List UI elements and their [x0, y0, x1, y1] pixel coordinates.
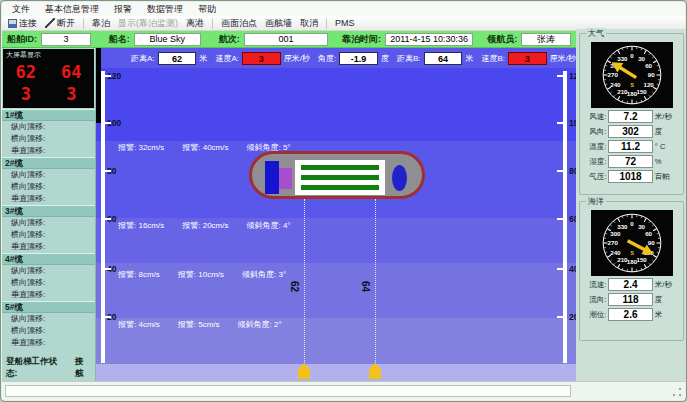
- ship-superstructure: [265, 161, 279, 194]
- cable-2-lateral-drift: 横向漂移:: [2, 181, 95, 193]
- distance-line-a: [304, 199, 305, 379]
- disconnect-icon: [45, 18, 55, 28]
- wind-speed-label: 风速:: [583, 112, 606, 122]
- wind-direction-value[interactable]: 302: [608, 125, 653, 138]
- voyage-field[interactable]: 001: [244, 33, 328, 46]
- ship-id-label: 船舶ID:: [7, 33, 37, 46]
- temperature-unit: ° C: [655, 142, 680, 151]
- ship-cargo-hold: [295, 160, 385, 195]
- cable-2-longitudinal-drift: 纵向漂移:: [2, 169, 95, 181]
- pilot-field[interactable]: 张涛: [521, 33, 571, 46]
- draw-berth-point-button[interactable]: 画面泊点: [221, 17, 257, 30]
- ship-id-field[interactable]: 3: [41, 33, 91, 46]
- svg-text:30: 30: [638, 223, 645, 230]
- chart-band: [96, 364, 576, 381]
- app-window: 文件 基本信息管理 报警 数据管理 帮助 连接 断开 靠泊 显示(靠泊监测) 离…: [0, 0, 687, 402]
- current-speed-value[interactable]: 2.4: [608, 278, 653, 291]
- depart-button[interactable]: 离港: [186, 17, 204, 30]
- angle-unit: 度: [381, 53, 389, 64]
- svg-text:330: 330: [617, 223, 628, 230]
- angle-value: -1.9: [339, 52, 378, 65]
- alarm-b: 报警: 20cm/s: [182, 220, 228, 231]
- cable-2-vertical-drift: 垂直漂移:: [2, 193, 95, 205]
- draw-bulwark-button[interactable]: 画舷墙: [265, 17, 292, 30]
- resize-grip-icon[interactable]: [672, 387, 682, 397]
- svg-text:270: 270: [607, 239, 618, 246]
- display-distance-b: 64: [61, 61, 81, 83]
- pms-button[interactable]: PMS: [335, 18, 355, 28]
- measurement-header: 距离A: 62 米 速度A: 3 厘米/秒 角度: -1.9 度 距离B: 64…: [96, 48, 576, 68]
- tide-level-value[interactable]: 2.6: [608, 308, 653, 321]
- cable-1-header: 1#缆: [2, 109, 95, 121]
- menu-basic-info[interactable]: 基本信息管理: [45, 3, 99, 16]
- distance-a-unit: 米: [199, 53, 207, 64]
- pressure-value[interactable]: 1018: [608, 170, 653, 183]
- menu-help[interactable]: 帮助: [198, 3, 216, 16]
- ship-name-field[interactable]: Blue Sky: [134, 33, 201, 46]
- compass-dial-icon: 0 30 60 90 120 150 180 210 240 270 300 3…: [601, 212, 663, 274]
- connect-button[interactable]: 连接: [8, 17, 37, 30]
- svg-text:150: 150: [636, 88, 647, 95]
- disconnect-button[interactable]: 断开: [45, 17, 75, 30]
- berth-time-label: 靠泊时间:: [342, 33, 381, 46]
- svg-text:150: 150: [636, 256, 647, 263]
- axis-tick-label: 20: [569, 312, 576, 322]
- disconnect-label: 断开: [57, 17, 75, 30]
- humidity-value[interactable]: 72: [608, 155, 653, 168]
- axis-tick: [105, 316, 111, 318]
- svg-text:210: 210: [617, 256, 628, 263]
- axis-tick-label: 60: [569, 214, 576, 224]
- pressure-label: 气压:: [583, 172, 606, 182]
- svg-text:60: 60: [645, 230, 652, 237]
- current-direction-value[interactable]: 118: [608, 293, 653, 306]
- axis-tick: [105, 122, 111, 124]
- status-bar: [2, 381, 685, 400]
- menu-file[interactable]: 文件: [12, 3, 30, 16]
- axis-tick: [557, 218, 563, 220]
- axis-tick-label: 40: [569, 264, 576, 274]
- axis-tick: [105, 170, 111, 172]
- svg-text:240: 240: [610, 81, 621, 88]
- distance-a-label: 距离A:: [131, 53, 155, 64]
- alarm-b: 报警: 40cm/s: [182, 142, 228, 153]
- distance-marker-label-b: 64: [360, 281, 371, 292]
- berth-button[interactable]: 靠泊: [92, 17, 110, 30]
- alarm-a: 报警: 8cm/s: [118, 269, 160, 280]
- cable-4-lateral-drift: 横向漂移:: [2, 277, 95, 289]
- gangway-status: 登船梯工作状态: 接舷: [2, 356, 95, 380]
- cable-1-lateral-drift: 横向漂移:: [2, 133, 95, 145]
- svg-text:90: 90: [647, 71, 654, 78]
- voyage-label: 航次:: [219, 33, 240, 46]
- cable-5-vertical-drift: 垂直漂移:: [2, 337, 95, 349]
- toolbar-separator: [83, 18, 84, 29]
- cargo-stripe: [301, 165, 379, 170]
- svg-text:180: 180: [626, 90, 637, 97]
- compass-dial-icon: 0 30 60 90 120 150 180 210 240 270 300 3…: [601, 44, 663, 106]
- current-speed-unit: 米/秒: [655, 280, 680, 290]
- cable-5-lateral-drift: 横向漂移:: [2, 325, 95, 337]
- cable-1-vertical-drift: 垂直漂移:: [2, 145, 95, 157]
- tilt-angle: 倾斜角度: 2°: [238, 319, 282, 330]
- distance-b-label: 距离B:: [397, 53, 421, 64]
- distance-a-value: 62: [158, 52, 197, 65]
- menu-data[interactable]: 数据管理: [147, 3, 183, 16]
- gangway-label: 登船梯工作状态:: [6, 356, 65, 380]
- svg-text:S: S: [630, 82, 634, 88]
- cancel-button[interactable]: 取消: [300, 17, 318, 30]
- svg-text:180: 180: [626, 258, 637, 265]
- wind-speed-value[interactable]: 7.2: [608, 110, 653, 123]
- svg-text:300: 300: [610, 230, 621, 237]
- axis-tick: [105, 268, 111, 270]
- menu-alarm[interactable]: 报警: [114, 3, 132, 16]
- speed-a-label: 速度A:: [215, 53, 239, 64]
- speed-a-unit: 厘米/秒: [284, 53, 310, 64]
- cable-4-vertical-drift: 垂直漂移:: [2, 289, 95, 301]
- cable-4-longitudinal-drift: 纵向漂移:: [2, 265, 95, 277]
- temperature-value[interactable]: 11.2: [608, 140, 653, 153]
- axis-tick: [105, 218, 111, 220]
- svg-text:S: S: [630, 250, 634, 256]
- berth-time-field[interactable]: 2011-4-15 10:30:36: [385, 33, 473, 46]
- toolbar-separator: [212, 18, 213, 29]
- show-berth-monitor-button[interactable]: 显示(靠泊监测): [118, 17, 178, 30]
- toolbar-separator: [326, 18, 327, 29]
